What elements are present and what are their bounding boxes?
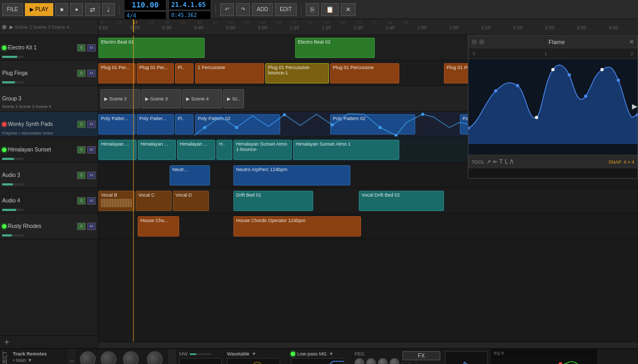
clip[interactable]: Vocal B [98, 191, 135, 211]
clip[interactable]: Drift Bed 01 [233, 191, 313, 211]
clip[interactable]: 1 Percussive [195, 63, 264, 83]
project-label[interactable]: PROJECT [2, 351, 8, 364]
add-button[interactable]: ADD [252, 3, 273, 16]
flame-close-button[interactable]: ✕ [629, 38, 634, 46]
tempo-display[interactable]: 110.00 [124, 0, 166, 11]
track-lane-6[interactable]: Vocal B Vocal C Vocal D Drift Bed 01 Voc… [98, 188, 638, 214]
undo-button[interactable]: ↶ [220, 3, 234, 16]
volume-1[interactable] [2, 81, 23, 83]
volume-4[interactable] [2, 158, 23, 160]
clip[interactable]: Plug 01 Per... [137, 63, 174, 83]
h-scrollbar[interactable] [98, 342, 638, 348]
clip[interactable]: Himalayan ... [98, 140, 137, 160]
clip[interactable]: Neutro ArpPerc 124bpm [233, 165, 350, 185]
mute-btn-6[interactable]: M [87, 197, 96, 205]
clip[interactable]: Poly Patter... [137, 114, 174, 134]
mute-btn-0[interactable]: M [87, 44, 96, 52]
volume-6[interactable] [2, 209, 23, 211]
loop-button[interactable]: ⇄ [85, 3, 100, 16]
clip[interactable]: Neutr... [170, 165, 210, 185]
flame-tool-pen[interactable]: ✏ [493, 159, 497, 165]
filter-wave-section [443, 349, 491, 364]
clip[interactable]: House Chords Operator 124bpm [233, 216, 361, 236]
volume-7[interactable] [2, 234, 23, 236]
redo-button[interactable]: ↷ [236, 3, 250, 16]
mute-btn-1[interactable]: M [87, 70, 96, 77]
clip[interactable]: Vocal C [136, 191, 172, 211]
clip-label: Himalayan ... [101, 141, 129, 147]
clip[interactable]: Himalayan ... [138, 140, 176, 160]
solo-btn-5[interactable]: S [77, 172, 86, 179]
clip[interactable]: Vocal Drift Bed 02 [359, 191, 444, 211]
clip[interactable]: Poly Patter... [98, 114, 136, 134]
delete-button[interactable]: ✕ [341, 3, 356, 16]
playhead [133, 19, 134, 32]
octave-knob[interactable] [100, 351, 116, 364]
tracks-area: Electro Beat 01 Electro Beat 02 Plug 01 … [98, 35, 638, 342]
mute-btn-4[interactable]: M [87, 146, 96, 154]
volume-5[interactable] [2, 183, 23, 185]
play-button[interactable]: ▶ PLAY [25, 3, 53, 16]
paste-button[interactable]: 📋 [321, 3, 339, 16]
r-knob[interactable] [390, 358, 399, 364]
edit-toolbar-button[interactable]: EDIT [275, 3, 297, 16]
flame-tool-l[interactable]: L [505, 159, 508, 165]
add-track-button[interactable]: + [4, 337, 9, 347]
svg-point-13 [551, 68, 555, 71]
clip-label: Plug 01 Percussive-bounce-1 [268, 65, 310, 75]
main-label[interactable]: • Main ▼ [13, 358, 64, 363]
solo-btn-0[interactable]: S [77, 44, 86, 52]
stop-button[interactable]: ■ [55, 3, 68, 16]
volume-0[interactable] [2, 56, 23, 58]
clip[interactable]: Plug 01 Percussive-bounce-1 [265, 63, 329, 83]
clip[interactable]: Pl.. [175, 63, 194, 83]
clip-label: Neutro ArpPerc 124bpm [236, 167, 288, 172]
track-name-4: Himalayan Sunset [8, 147, 75, 153]
copy-button[interactable]: ⎘ [306, 3, 319, 16]
clip[interactable]: Plug 01 Percussive [330, 63, 399, 83]
playhead-line [133, 35, 134, 342]
track-name-3: Wonky Synth Pads [8, 121, 75, 127]
flame-tool-arrow[interactable]: ↗ [486, 159, 491, 165]
clip[interactable]: House Cho... [138, 216, 179, 236]
clip[interactable]: Himalayan Sunset Atmo 1-bounce- [233, 140, 292, 160]
osc-sub-knob[interactable] [80, 351, 96, 364]
clip[interactable]: Poly Pattern 02 [330, 114, 415, 134]
clip[interactable]: Electro Beat 01 [98, 38, 205, 58]
clip[interactable]: Plug 01 Per... [98, 63, 136, 83]
flame-tool-t[interactable]: T [499, 159, 502, 165]
mute-btn-5[interactable]: M [87, 172, 96, 179]
scene-clip[interactable]: ▶ Scene 4 [182, 89, 222, 108]
solo-btn-3[interactable]: S [77, 121, 86, 128]
clip[interactable]: Himalayan ... [177, 140, 215, 160]
flame-tool-n[interactable]: Λ [510, 159, 514, 165]
waveform-knob[interactable] [123, 351, 139, 364]
clip[interactable]: H.. [216, 140, 232, 160]
track-lane-7[interactable]: House Cho... House Chords Operator 124bp… [98, 214, 638, 239]
mute-btn-7[interactable]: M [87, 223, 96, 230]
d-knob[interactable] [366, 358, 376, 364]
flame-svg [468, 59, 637, 155]
scene-clip[interactable]: ▶ Scene 3 [141, 89, 181, 108]
scene-clip[interactable]: ▶ Sc.. [223, 89, 244, 108]
solo-btn-6[interactable]: S [77, 197, 86, 205]
clip[interactable]: Vocal D [173, 191, 209, 211]
record-button[interactable]: ● [70, 3, 83, 16]
clip[interactable]: Electro Beat 02 [295, 38, 375, 58]
metronome-button[interactable]: ♩ [102, 3, 115, 16]
file-button[interactable]: FILE [2, 3, 23, 16]
s-knob[interactable] [378, 358, 388, 364]
mute-btn-3[interactable]: M [87, 121, 96, 128]
a-knob[interactable] [355, 358, 364, 364]
solo-btn-4[interactable]: S [77, 146, 86, 154]
solo-btn-7[interactable]: S [77, 223, 86, 230]
oscs-knob[interactable] [147, 351, 163, 364]
fx-button[interactable]: FX [402, 351, 440, 360]
solo-btn-1[interactable]: S [77, 70, 86, 77]
scene-clip[interactable]: ▶ Scene 2 [100, 89, 140, 108]
clip[interactable]: Pl.. [175, 114, 194, 134]
clip[interactable]: Himalayan Sunset Atmo 1 [293, 140, 399, 160]
track-row-audio4: Audio 4 S M [0, 188, 98, 214]
flame-ruler-0: 0 [473, 51, 475, 56]
clip[interactable]: Poly Pattern 02 [195, 114, 280, 134]
